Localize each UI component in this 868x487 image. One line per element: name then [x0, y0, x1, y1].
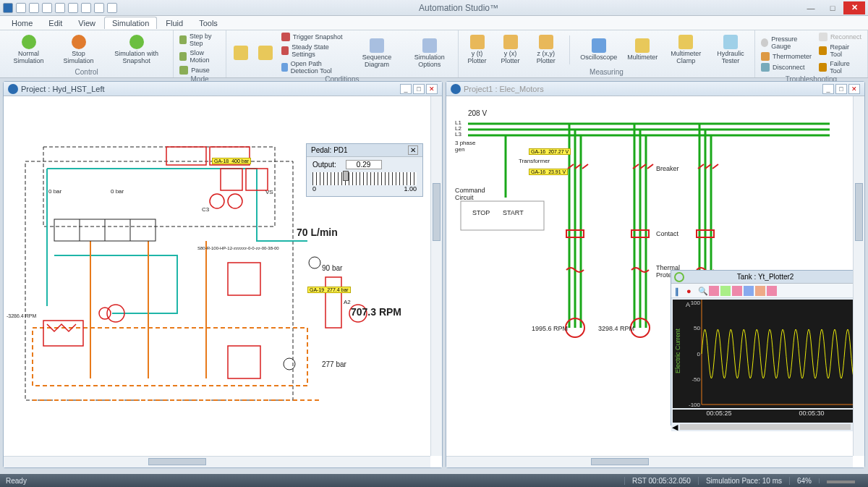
plotter-tool3-icon[interactable] [732, 286, 742, 296]
plotter-zoom-icon[interactable]: 🔍 [697, 286, 707, 296]
svg-point-5 [228, 194, 242, 208]
svg-rect-2 [221, 169, 242, 190]
qat-right-icon[interactable] [81, 3, 91, 13]
part-number: S80-R-100-HP-12-zzzzzz-0-0-zz-00-38-00 [197, 246, 279, 250]
tab-home[interactable]: Home [4, 17, 40, 29]
failure-tool-button[interactable]: Failure Tool [817, 59, 863, 75]
panel2-close-button[interactable]: ✕ [848, 84, 860, 94]
qat-open-icon[interactable] [29, 3, 39, 13]
panel-max-button[interactable]: □ [413, 84, 425, 94]
qat-up-icon[interactable] [94, 3, 104, 13]
qat-redo-icon[interactable] [55, 3, 65, 13]
pedal-title: Pedal: PD1✕ [307, 144, 422, 157]
panel2-min-button[interactable]: _ [822, 84, 834, 94]
simulation-options-button[interactable]: Simulation Options [406, 37, 454, 70]
quick-access-toolbar [3, 3, 117, 13]
yx-plotter-button[interactable]: y (x) Plotter [495, 33, 525, 67]
qat-undo-icon[interactable] [42, 3, 52, 13]
stop-simulation-button[interactable]: Stop Simulation [57, 33, 100, 67]
svg-rect-0 [25, 161, 293, 400]
plot-xticks: 00:05:25 00:05:30 [673, 410, 858, 423]
pedal-output-input[interactable] [346, 160, 382, 169]
panel-electrical-titlebar[interactable]: Project1 : Elec_Motors _□✕ [446, 82, 864, 96]
plotter-power-icon[interactable] [674, 272, 684, 282]
pedal-max: 1.00 [404, 185, 417, 192]
marker-a2: A2 [344, 299, 351, 305]
plotter-panel[interactable]: Tank : Yt_Plotter2 ? ‖ ● 🔍 Electric Curr… [671, 270, 860, 425]
panel-electrical: Project1 : Elec_Motors _□✕ [446, 81, 865, 468]
panel-close-button[interactable]: ✕ [426, 84, 438, 94]
plot-area[interactable]: Electric Current A 100 50 0 -50 -100 [673, 300, 858, 408]
sequence-diagram-button[interactable]: Sequence Diagram [352, 37, 401, 70]
panel-hydraulic-titlebar[interactable]: Project : Hyd_HST_Left _□✕ [4, 82, 442, 96]
plotter-hscroll[interactable]: ◀▶ [671, 423, 859, 431]
xtick-1: 00:05:30 [799, 410, 824, 423]
yt-plotter-button[interactable]: y (t) Plotter [463, 33, 491, 67]
plotter-toolbar: ‖ ● 🔍 [671, 284, 859, 298]
plotter-record-icon[interactable]: ● [686, 286, 696, 296]
status-pace: Simulation Pace: 10 ms [698, 477, 789, 485]
plotter-pause-icon[interactable]: ‖ [674, 286, 684, 296]
status-zoom-slider[interactable] [819, 478, 862, 483]
pedal-slider[interactable] [312, 172, 417, 185]
trigger-snapshot-button[interactable]: Trigger Snapshot [280, 32, 348, 42]
hydraulic-tester-button[interactable]: Hydraulic Tester [711, 33, 750, 67]
close-button[interactable]: ✕ [843, 1, 865, 14]
scrollbar-h-right[interactable] [446, 456, 853, 467]
plotter-tool6-icon[interactable] [767, 286, 777, 296]
scrollbar-h-left[interactable] [4, 456, 430, 467]
pressure-gauge-button[interactable]: Pressure Gauge [760, 35, 813, 51]
electrical-canvas[interactable]: 208 V L1 L2 L3 3 phase gen Transformer B… [446, 96, 864, 467]
svg-rect-13 [326, 277, 341, 328]
minimize-button[interactable]: — [800, 1, 822, 14]
scrollbar-v-right[interactable] [853, 96, 864, 456]
tab-fluid[interactable]: Fluid [158, 17, 190, 29]
plotter-tool4-icon[interactable] [744, 286, 754, 296]
motor1-rpm: 1995.6 RPM [532, 325, 568, 332]
steady-state-button[interactable]: Steady State Settings [280, 43, 348, 59]
tab-tools[interactable]: Tools [192, 17, 225, 29]
multimeter-clamp-button[interactable]: Multimeter Clamp [665, 33, 707, 67]
svg-point-19 [309, 257, 320, 268]
tag-ga16a: GA-16 207.27 V [529, 148, 571, 155]
oscilloscope-button[interactable]: Oscilloscope [577, 37, 620, 63]
tab-simulation[interactable]: Simulation [104, 17, 157, 29]
tab-edit[interactable]: Edit [41, 17, 69, 29]
plotter-tool2-icon[interactable] [720, 286, 731, 296]
tab-view[interactable]: View [71, 17, 103, 29]
pedal-close-icon[interactable]: ✕ [408, 145, 418, 155]
svg-rect-8 [228, 346, 260, 378]
panel2-max-button[interactable]: □ [835, 84, 847, 94]
qat-save-icon[interactable] [16, 3, 26, 13]
app-icon[interactable] [3, 3, 13, 13]
panel-min-button[interactable]: _ [400, 84, 412, 94]
simulation-snapshot-button[interactable]: Simulation with Snapshot [104, 33, 169, 67]
project-icon [8, 84, 18, 94]
zxy-plotter-button[interactable]: z (x,y) Plotter [529, 33, 563, 67]
multimeter-button[interactable]: Multimeter [624, 37, 660, 63]
pedal-panel[interactable]: Pedal: PD1✕ Output: 01.00 [306, 143, 423, 197]
tag-ga18: GA-18 400 bar [212, 158, 251, 164]
normal-simulation-button[interactable]: Normal Simulation [4, 33, 53, 67]
contact-label: Contact [656, 230, 678, 237]
open-path-button[interactable]: Open Path Detection Tool [280, 59, 348, 75]
repair-tool-button[interactable]: Repair Tool [817, 43, 863, 59]
disconnect-button[interactable]: Disconnect [760, 62, 813, 72]
qat-left-icon[interactable] [68, 3, 78, 13]
scrollbar-v-left[interactable] [430, 96, 442, 456]
qat-down-icon[interactable] [107, 3, 117, 13]
bar2-readout: 277 bar [322, 360, 346, 368]
plotter-tool1-icon[interactable] [709, 286, 719, 296]
reconnect-button[interactable]: Reconnect [817, 32, 863, 42]
slow-motion-button[interactable]: Slow Motion [178, 48, 221, 64]
ribbon-tabs: Home Edit View Simulation Fluid Tools [0, 16, 868, 30]
thermometer-button[interactable]: Thermometer [760, 51, 813, 62]
step-by-step-button[interactable]: Step by Step [178, 32, 221, 48]
hydraulic-canvas[interactable]: 70 L/min 90 bar 707.3 RPM 277 bar -3286.… [4, 96, 442, 467]
snapshot-stack-icon[interactable] [231, 44, 251, 63]
plotter-tool5-icon[interactable] [755, 286, 765, 296]
svg-rect-6 [43, 321, 83, 346]
snapshot-stack2-icon[interactable] [255, 44, 276, 63]
maximize-button[interactable]: □ [822, 1, 843, 14]
pause-button[interactable]: Pause [178, 65, 221, 75]
